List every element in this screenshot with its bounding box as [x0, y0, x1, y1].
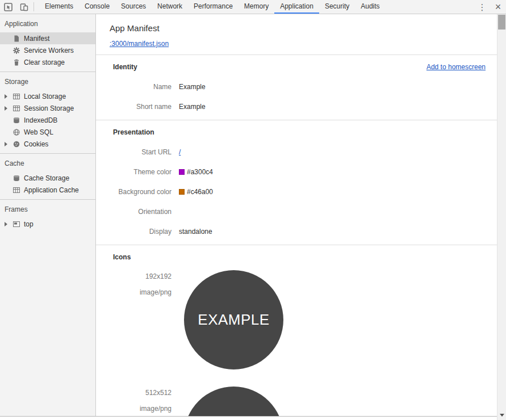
sidebar-item-indexeddb[interactable]: IndexedDB: [0, 114, 95, 126]
gear-icon: [12, 47, 21, 54]
field-value: Example: [179, 83, 206, 91]
tab-memory[interactable]: Memory: [239, 0, 274, 14]
field-label: Start URL: [113, 148, 172, 156]
sidebar-item-label: Cache Storage: [24, 174, 69, 182]
sidebar-item-manifest[interactable]: Manifest: [0, 32, 95, 44]
icon-mime-label: image/png: [113, 288, 172, 296]
sidebar-item-label: Application Cache: [24, 186, 79, 194]
sidebar-item-label: Cookies: [24, 140, 48, 148]
field-value: #c46a00: [179, 188, 213, 196]
sidebar-section-storage: Storage Local Storage Session Storage: [0, 72, 95, 154]
manifest-json-link[interactable]: :3000/manifest.json: [110, 40, 169, 48]
field-orientation: Orientation: [113, 208, 486, 216]
sidebar-item-application-cache[interactable]: Application Cache: [0, 184, 95, 196]
field-label: Display: [113, 228, 172, 236]
section-title-frames: Frames: [0, 200, 95, 218]
inspect-cursor-icon: [4, 3, 12, 11]
field-label: Background color: [113, 188, 172, 196]
kebab-menu-icon: ⋮: [478, 3, 487, 11]
field-short-name: Short name Example: [113, 103, 486, 111]
more-options-icon[interactable]: ⋮: [474, 0, 490, 14]
tab-application[interactable]: Application: [274, 0, 319, 14]
close-icon: ×: [495, 2, 501, 12]
table-icon: [12, 93, 21, 100]
manifest-panel: App Manifest :3000/manifest.json Identit…: [96, 14, 497, 416]
sidebar-item-top-frame[interactable]: top: [0, 218, 95, 230]
database-icon: [12, 116, 21, 124]
icon-mime-label: image/png: [113, 405, 172, 413]
field-background-color: Background color #c46a00: [113, 188, 486, 196]
tab-network[interactable]: Network: [152, 0, 188, 14]
application-sidebar: Application Manifest: [0, 14, 96, 416]
sidebar-item-cache-storage[interactable]: Cache Storage: [0, 172, 95, 184]
tab-sources[interactable]: Sources: [115, 0, 152, 14]
expand-triangle-icon[interactable]: [5, 106, 12, 111]
field-label: Orientation: [113, 208, 172, 216]
background-color-swatch: [179, 189, 185, 195]
manifest-header: App Manifest :3000/manifest.json: [96, 14, 497, 55]
icon-entry-192: 192x192 image/png EXAMPLE: [113, 270, 486, 369]
table-icon: [12, 104, 21, 112]
field-value: Example: [179, 103, 206, 111]
field-start-url: Start URL /: [113, 148, 486, 156]
presentation-section: Presentation Start URL / Theme color #a3…: [96, 120, 497, 245]
sidebar-item-session-storage[interactable]: Session Storage: [0, 102, 95, 114]
expand-triangle-icon[interactable]: [5, 222, 12, 226]
section-title-cache: Cache: [0, 154, 95, 172]
cookie-icon: [12, 140, 21, 148]
identity-section-title: Identity: [113, 63, 137, 71]
inspect-element-icon[interactable]: [0, 0, 16, 14]
sidebar-item-label: top: [24, 220, 34, 228]
page-title: App Manifest: [110, 23, 486, 33]
manifest-document-icon: [12, 35, 21, 43]
sidebar-item-label: IndexedDB: [24, 116, 57, 124]
start-url-link[interactable]: /: [179, 148, 181, 156]
vertical-scrollbar[interactable]: [497, 14, 506, 420]
sidebar-item-local-storage[interactable]: Local Storage: [0, 90, 95, 102]
section-title-storage: Storage: [0, 72, 95, 90]
window-bottom-edge: [0, 416, 497, 420]
background-color-value: #c46a00: [187, 188, 213, 196]
device-icon: [20, 3, 28, 11]
device-toolbar-icon[interactable]: [16, 0, 32, 14]
frame-icon: [12, 220, 21, 228]
scrollbar-thumb[interactable]: [498, 15, 505, 30]
identity-section: Identity Add to homescreen Name Example …: [96, 55, 497, 120]
scrollbar-down-button[interactable]: [497, 410, 506, 420]
icon-entry-512: 512x512 image/png EXAMPLE: [113, 387, 486, 416]
close-devtools-icon[interactable]: ×: [490, 0, 506, 14]
add-to-homescreen-link[interactable]: Add to homescreen: [426, 63, 486, 71]
devtools-window: Elements Console Sources Network Perform…: [0, 0, 506, 420]
tab-elements[interactable]: Elements: [39, 0, 79, 14]
field-name: Name Example: [113, 83, 486, 91]
app-icon-image-512: EXAMPLE: [184, 387, 283, 416]
database-icon: [12, 174, 21, 182]
tab-console[interactable]: Console: [79, 0, 115, 14]
tab-security[interactable]: Security: [319, 0, 355, 14]
sidebar-item-web-sql[interactable]: Web SQL: [0, 126, 95, 138]
theme-color-swatch: [179, 169, 185, 175]
icon-size-label: 512x512: [113, 389, 172, 397]
field-label: Name: [113, 83, 172, 91]
sidebar-item-label: Web SQL: [24, 128, 53, 136]
sidebar-item-service-workers[interactable]: Service Workers: [0, 44, 95, 56]
sidebar-item-label: Manifest: [24, 35, 49, 43]
icons-section: Icons 192x192 image/png EXAMPLE 512x512 …: [96, 245, 497, 416]
clear-storage-icon: [12, 58, 21, 66]
expand-triangle-icon[interactable]: [5, 94, 12, 99]
devtools-tabs: Elements Console Sources Network Perform…: [39, 0, 386, 14]
theme-color-value: #a300c4: [187, 168, 213, 176]
tab-performance[interactable]: Performance: [188, 0, 239, 14]
sidebar-item-cookies[interactable]: Cookies: [0, 138, 95, 150]
sidebar-item-label: Session Storage: [24, 104, 74, 112]
field-value: standalone: [179, 228, 212, 236]
expand-triangle-icon[interactable]: [5, 142, 12, 146]
icon-size-label: 192x192: [113, 272, 172, 280]
presentation-section-title: Presentation: [113, 128, 154, 136]
field-theme-color: Theme color #a300c4: [113, 168, 486, 176]
tab-audits[interactable]: Audits: [355, 0, 385, 14]
sidebar-item-clear-storage[interactable]: Clear storage: [0, 56, 95, 68]
sidebar-item-label: Local Storage: [24, 93, 66, 100]
field-label: Theme color: [113, 168, 172, 176]
table-icon: [12, 186, 21, 194]
